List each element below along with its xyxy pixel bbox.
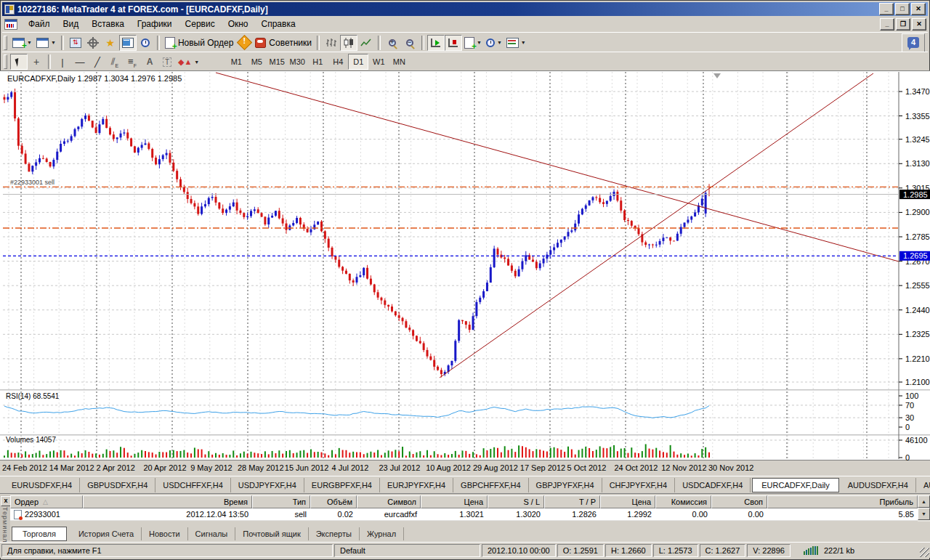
menu-item-3[interactable]: Графики — [131, 17, 179, 31]
chart-tab-1[interactable]: GBPUSDFXF,H4 — [80, 478, 155, 492]
terminal-tab-4[interactable]: Почтовый ящик — [235, 527, 308, 540]
order-value: sell — [294, 510, 307, 519]
line-chart-button[interactable] — [357, 35, 375, 51]
timeframe-h1[interactable]: H1 — [307, 54, 328, 70]
column-header-3[interactable]: Объём — [310, 495, 357, 508]
horizontal-line-button[interactable]: — — [71, 54, 89, 70]
chart-tab-7[interactable]: GBPJPYFXF,H4 — [529, 478, 602, 492]
trendline-button[interactable]: ╱ — [89, 54, 106, 70]
data-window-button[interactable] — [84, 35, 102, 51]
timeframe-mn[interactable]: MN — [389, 54, 409, 70]
zoom-out-button[interactable]: − — [401, 35, 418, 51]
column-header-9[interactable]: Комиссия — [655, 495, 711, 508]
terminal-tab-2[interactable]: Новости — [142, 527, 188, 540]
crosshair-button[interactable]: + — [28, 54, 45, 70]
timeframe-w1[interactable]: W1 — [368, 54, 389, 70]
zoom-in-button[interactable]: + — [384, 35, 401, 51]
auto-scroll-button[interactable] — [427, 35, 445, 51]
chart-tab-5[interactable]: EURJPYFXF,H4 — [380, 478, 453, 492]
scroll-up-icon[interactable]: ▲ — [918, 495, 930, 508]
timeframe-m15[interactable]: M15 — [267, 54, 287, 70]
terminal-tab-1[interactable]: История Счета — [71, 527, 142, 540]
timeframe-d1[interactable]: D1 — [348, 54, 368, 70]
market-watch-button[interactable]: ⇅ — [67, 35, 84, 51]
chart-area[interactable]: #22933001 sell1.34701.33551.32451.31301.… — [0, 70, 930, 476]
strategy-tester-button[interactable] — [137, 35, 154, 51]
child-restore-button[interactable]: ❐ — [896, 18, 910, 31]
chart-tab-4[interactable]: EURGBPFXF,H4 — [304, 478, 380, 492]
templates-button[interactable]: ▼ — [504, 35, 528, 51]
status-help: Для справки, нажмите F1 — [1, 544, 333, 557]
scroll-down-icon[interactable]: ▼ — [918, 508, 930, 520]
expert-advisors-button[interactable]: Советники — [253, 35, 314, 51]
order-row[interactable]: 229330012012.12.04 13:50sell0.02eurcadfx… — [10, 508, 918, 521]
chart-tab-12[interactable]: AUDJPYFXF,H4 — [916, 478, 930, 492]
column-header-0[interactable]: Ордер△ — [10, 495, 83, 508]
text-label-button[interactable]: T — [158, 54, 176, 70]
window-title: 10227186: MetaTrader 4 at FOREX.com - [E… — [17, 4, 876, 15]
chart-window-icon[interactable] — [4, 19, 17, 30]
mql4-community-button[interactable]: 4 — [902, 33, 925, 52]
column-header-10[interactable]: Своп — [711, 495, 767, 508]
terminal-button[interactable] — [119, 35, 137, 51]
timeframe-m30[interactable]: M30 — [287, 54, 307, 70]
column-header-11[interactable]: Прибыль — [767, 495, 918, 508]
channel-button[interactable]: ⫽E — [106, 54, 124, 70]
chart-tab-3[interactable]: USDJPYFXF,H4 — [231, 478, 304, 492]
terminal-tab-5[interactable]: Эксперты — [309, 527, 360, 540]
chart-tab-8[interactable]: CHFJPYFXF,H4 — [602, 478, 675, 492]
column-header-4[interactable]: Символ — [357, 495, 421, 508]
maximize-button[interactable]: □ — [895, 3, 910, 15]
column-header-8[interactable]: Цена — [600, 495, 655, 508]
profiles-button[interactable]: ▼ — [34, 35, 58, 51]
child-close-button[interactable]: ✕ — [912, 18, 926, 31]
price-chart[interactable]: #22933001 sell1.34701.33551.32451.31301.… — [0, 70, 930, 476]
menu-item-5[interactable]: Окно — [222, 17, 255, 31]
alerts-button[interactable] — [235, 35, 253, 51]
chart-shift-button[interactable] — [445, 35, 462, 51]
minimize-button[interactable]: _ — [879, 3, 894, 15]
chart-tab-11[interactable]: AUDUSDFXF,H4 — [841, 478, 916, 492]
column-header-6[interactable]: S / L — [488, 495, 544, 508]
terminal-tab-0[interactable]: Торговля — [12, 527, 67, 541]
column-header-1[interactable]: Время — [83, 495, 252, 508]
column-header-5[interactable]: Цена — [421, 495, 488, 508]
column-header-7[interactable]: T / P — [544, 495, 600, 508]
table-scrollbar[interactable]: ▲ ▼ — [918, 495, 930, 522]
chart-tab-0[interactable]: EURUSDFXF,H4 — [4, 478, 80, 492]
chart-tab-9[interactable]: USDCADFXF,H4 — [675, 478, 751, 492]
toolbar-grip[interactable] — [4, 54, 7, 69]
indicators-button[interactable]: ▼ — [462, 35, 484, 51]
vertical-line-button[interactable]: | — [54, 54, 71, 70]
chart-tab-10[interactable]: EURCADFXF,Daily — [752, 478, 839, 492]
chart-tab-6[interactable]: GBPCHFFXF,H4 — [453, 478, 529, 492]
new-order-button[interactable]: Новый Ордер — [163, 35, 235, 51]
new-chart-button[interactable]: ▼ — [10, 35, 34, 51]
resize-grip[interactable] — [920, 548, 929, 557]
menu-item-0[interactable]: Файл — [22, 17, 57, 31]
timeframe-h4[interactable]: H4 — [328, 54, 348, 70]
navigator-button[interactable]: ★ — [102, 35, 119, 51]
periods-button[interactable]: ▼ — [484, 35, 504, 51]
menu-item-4[interactable]: Сервис — [179, 17, 222, 31]
chart-tab-2[interactable]: USDCHFFXF,H4 — [155, 478, 231, 492]
toolbar-grip[interactable] — [4, 36, 7, 50]
menu-item-1[interactable]: Вид — [57, 17, 86, 31]
timeframe-m5[interactable]: M5 — [246, 54, 267, 70]
cursor-button[interactable] — [10, 54, 28, 70]
terminal-tab-3[interactable]: Сигналы — [188, 527, 236, 540]
close-button[interactable]: ✕ — [911, 3, 926, 15]
terminal-close-icon[interactable]: x — [1, 496, 11, 506]
candlestick-chart-button[interactable] — [340, 35, 357, 51]
child-minimize-button[interactable]: _ — [880, 18, 894, 31]
terminal-tab-6[interactable]: Журнал — [360, 527, 404, 540]
fibonacci-button[interactable]: ≡F — [124, 54, 141, 70]
timeframe-m1[interactable]: M1 — [226, 54, 246, 70]
status-profile[interactable]: Default — [334, 544, 480, 557]
column-header-2[interactable]: Тип — [252, 495, 310, 508]
arrows-button[interactable]: ◆▲▼ — [176, 54, 201, 70]
text-button[interactable]: A — [141, 54, 158, 70]
menu-item-2[interactable]: Вставка — [85, 17, 131, 31]
menu-item-6[interactable]: Справка — [255, 17, 302, 31]
bar-chart-button[interactable] — [323, 35, 340, 51]
